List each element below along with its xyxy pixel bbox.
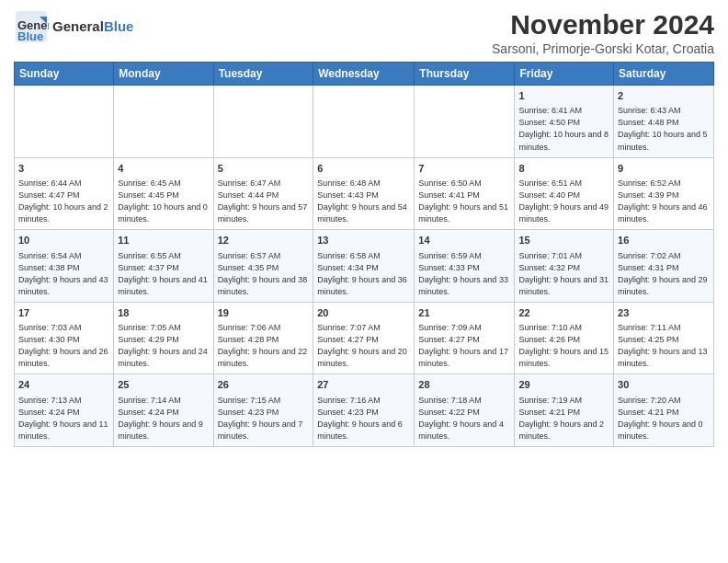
- day-number: 3: [18, 162, 109, 176]
- calendar-week-3: 10Sunrise: 6:54 AM Sunset: 4:38 PM Dayli…: [15, 230, 714, 303]
- calendar-cell: 12Sunrise: 6:57 AM Sunset: 4:35 PM Dayli…: [213, 230, 313, 303]
- calendar-cell: 6Sunrise: 6:48 AM Sunset: 4:43 PM Daylig…: [313, 157, 415, 230]
- day-number: 12: [218, 234, 310, 247]
- calendar-cell: 20Sunrise: 7:07 AM Sunset: 4:27 PM Dayli…: [313, 302, 415, 374]
- day-number: 22: [518, 306, 609, 320]
- day-number: 6: [317, 162, 410, 176]
- day-info: Sunrise: 7:20 AM Sunset: 4:21 PM Dayligh…: [618, 395, 710, 442]
- day-info: Sunrise: 6:48 AM Sunset: 4:43 PM Dayligh…: [317, 178, 410, 225]
- calendar-cell: 7Sunrise: 6:50 AM Sunset: 4:41 PM Daylig…: [415, 157, 515, 230]
- day-info: Sunrise: 7:14 AM Sunset: 4:24 PM Dayligh…: [118, 395, 209, 442]
- day-info: Sunrise: 7:16 AM Sunset: 4:23 PM Dayligh…: [317, 395, 410, 442]
- calendar-cell: 28Sunrise: 7:18 AM Sunset: 4:22 PM Dayli…: [415, 374, 515, 447]
- calendar-table: Sunday Monday Tuesday Wednesday Thursday…: [14, 62, 714, 447]
- day-number: 13: [317, 234, 410, 247]
- location: Sarsoni, Primorje-Gorski Kotar, Croatia: [492, 41, 714, 56]
- month-title: November 2024: [492, 9, 714, 40]
- col-sunday: Sunday: [15, 63, 114, 86]
- calendar-cell: 21Sunrise: 7:09 AM Sunset: 4:27 PM Dayli…: [415, 302, 515, 374]
- day-number: 27: [317, 378, 410, 392]
- calendar-cell: 3Sunrise: 6:44 AM Sunset: 4:47 PM Daylig…: [15, 157, 114, 230]
- calendar-header-row: Sunday Monday Tuesday Wednesday Thursday…: [15, 63, 714, 86]
- day-info: Sunrise: 6:45 AM Sunset: 4:45 PM Dayligh…: [118, 178, 209, 225]
- col-thursday: Thursday: [415, 63, 515, 86]
- day-info: Sunrise: 7:09 AM Sunset: 4:27 PM Dayligh…: [418, 322, 510, 370]
- day-number: 15: [518, 234, 609, 247]
- day-number: 8: [518, 162, 609, 176]
- day-info: Sunrise: 7:05 AM Sunset: 4:29 PM Dayligh…: [118, 322, 209, 370]
- day-number: 2: [618, 89, 710, 103]
- calendar-cell: 30Sunrise: 7:20 AM Sunset: 4:21 PM Dayli…: [614, 374, 714, 447]
- logo-general: General: [52, 18, 104, 34]
- day-info: Sunrise: 7:03 AM Sunset: 4:30 PM Dayligh…: [18, 322, 109, 370]
- day-info: Sunrise: 7:01 AM Sunset: 4:32 PM Dayligh…: [518, 250, 609, 298]
- calendar-cell: [213, 86, 313, 158]
- day-number: 9: [618, 162, 710, 176]
- calendar-cell: 1Sunrise: 6:41 AM Sunset: 4:50 PM Daylig…: [515, 86, 614, 158]
- col-tuesday: Tuesday: [213, 63, 313, 86]
- day-info: Sunrise: 7:02 AM Sunset: 4:31 PM Dayligh…: [618, 250, 710, 298]
- day-number: 4: [118, 162, 209, 176]
- calendar-cell: 9Sunrise: 6:52 AM Sunset: 4:39 PM Daylig…: [614, 157, 714, 230]
- day-number: 25: [118, 378, 209, 392]
- col-wednesday: Wednesday: [313, 63, 415, 86]
- calendar-cell: 16Sunrise: 7:02 AM Sunset: 4:31 PM Dayli…: [614, 230, 714, 303]
- day-info: Sunrise: 6:59 AM Sunset: 4:33 PM Dayligh…: [418, 250, 510, 298]
- day-info: Sunrise: 7:19 AM Sunset: 4:21 PM Dayligh…: [518, 395, 609, 442]
- day-info: Sunrise: 6:54 AM Sunset: 4:38 PM Dayligh…: [18, 250, 109, 298]
- calendar-cell: 2Sunrise: 6:43 AM Sunset: 4:48 PM Daylig…: [614, 86, 714, 158]
- col-saturday: Saturday: [614, 63, 714, 86]
- calendar-cell: 19Sunrise: 7:06 AM Sunset: 4:28 PM Dayli…: [213, 302, 313, 374]
- day-info: Sunrise: 6:43 AM Sunset: 4:48 PM Dayligh…: [618, 105, 710, 153]
- col-monday: Monday: [114, 63, 213, 86]
- col-friday: Friday: [515, 63, 614, 86]
- title-area: November 2024 Sarsoni, Primorje-Gorski K…: [492, 9, 714, 56]
- day-number: 14: [418, 234, 510, 247]
- day-number: 28: [418, 378, 510, 392]
- calendar-cell: 26Sunrise: 7:15 AM Sunset: 4:23 PM Dayli…: [213, 374, 313, 447]
- day-number: 17: [18, 306, 109, 320]
- calendar-cell: 23Sunrise: 7:11 AM Sunset: 4:25 PM Dayli…: [614, 302, 714, 374]
- day-number: 29: [518, 378, 609, 392]
- calendar-cell: 18Sunrise: 7:05 AM Sunset: 4:29 PM Dayli…: [114, 302, 213, 374]
- calendar-week-4: 17Sunrise: 7:03 AM Sunset: 4:30 PM Dayli…: [15, 302, 714, 374]
- calendar-week-2: 3Sunrise: 6:44 AM Sunset: 4:47 PM Daylig…: [15, 157, 714, 230]
- day-number: 7: [418, 162, 510, 176]
- calendar-week-5: 24Sunrise: 7:13 AM Sunset: 4:24 PM Dayli…: [15, 374, 714, 447]
- svg-text:Blue: Blue: [17, 29, 43, 43]
- day-info: Sunrise: 7:13 AM Sunset: 4:24 PM Dayligh…: [18, 395, 109, 442]
- day-number: 16: [618, 234, 710, 247]
- day-info: Sunrise: 6:57 AM Sunset: 4:35 PM Dayligh…: [218, 250, 310, 298]
- calendar-cell: 24Sunrise: 7:13 AM Sunset: 4:24 PM Dayli…: [15, 374, 114, 447]
- calendar-cell: 27Sunrise: 7:16 AM Sunset: 4:23 PM Dayli…: [313, 374, 415, 447]
- day-info: Sunrise: 7:18 AM Sunset: 4:22 PM Dayligh…: [418, 395, 510, 442]
- day-info: Sunrise: 6:55 AM Sunset: 4:37 PM Dayligh…: [118, 250, 209, 298]
- calendar-cell: 4Sunrise: 6:45 AM Sunset: 4:45 PM Daylig…: [114, 157, 213, 230]
- day-info: Sunrise: 6:52 AM Sunset: 4:39 PM Dayligh…: [618, 178, 710, 225]
- day-number: 18: [118, 306, 209, 320]
- header-area: General Blue GeneralBlue November 2024 S…: [14, 9, 714, 56]
- day-info: Sunrise: 7:15 AM Sunset: 4:23 PM Dayligh…: [218, 395, 310, 442]
- day-number: 24: [18, 378, 109, 392]
- calendar-cell: 8Sunrise: 6:51 AM Sunset: 4:40 PM Daylig…: [515, 157, 614, 230]
- calendar-cell: 15Sunrise: 7:01 AM Sunset: 4:32 PM Dayli…: [515, 230, 614, 303]
- main-container: General Blue GeneralBlue November 2024 S…: [0, 0, 728, 456]
- calendar-cell: 22Sunrise: 7:10 AM Sunset: 4:26 PM Dayli…: [515, 302, 614, 374]
- day-number: 26: [218, 378, 310, 392]
- day-number: 20: [317, 306, 410, 320]
- calendar-cell: 29Sunrise: 7:19 AM Sunset: 4:21 PM Dayli…: [515, 374, 614, 447]
- day-number: 23: [618, 306, 710, 320]
- calendar-cell: 14Sunrise: 6:59 AM Sunset: 4:33 PM Dayli…: [415, 230, 515, 303]
- day-info: Sunrise: 6:44 AM Sunset: 4:47 PM Dayligh…: [18, 178, 109, 225]
- calendar-cell: 13Sunrise: 6:58 AM Sunset: 4:34 PM Dayli…: [313, 230, 415, 303]
- day-info: Sunrise: 6:51 AM Sunset: 4:40 PM Dayligh…: [518, 178, 609, 225]
- calendar-cell: 11Sunrise: 6:55 AM Sunset: 4:37 PM Dayli…: [114, 230, 213, 303]
- day-info: Sunrise: 6:41 AM Sunset: 4:50 PM Dayligh…: [518, 105, 609, 153]
- day-info: Sunrise: 6:50 AM Sunset: 4:41 PM Dayligh…: [418, 178, 510, 225]
- day-number: 1: [518, 89, 609, 103]
- logo-icon: General Blue: [14, 9, 49, 44]
- calendar-cell: [415, 86, 515, 158]
- calendar-cell: 5Sunrise: 6:47 AM Sunset: 4:44 PM Daylig…: [213, 157, 313, 230]
- calendar-cell: 25Sunrise: 7:14 AM Sunset: 4:24 PM Dayli…: [114, 374, 213, 447]
- day-info: Sunrise: 7:11 AM Sunset: 4:25 PM Dayligh…: [618, 322, 710, 370]
